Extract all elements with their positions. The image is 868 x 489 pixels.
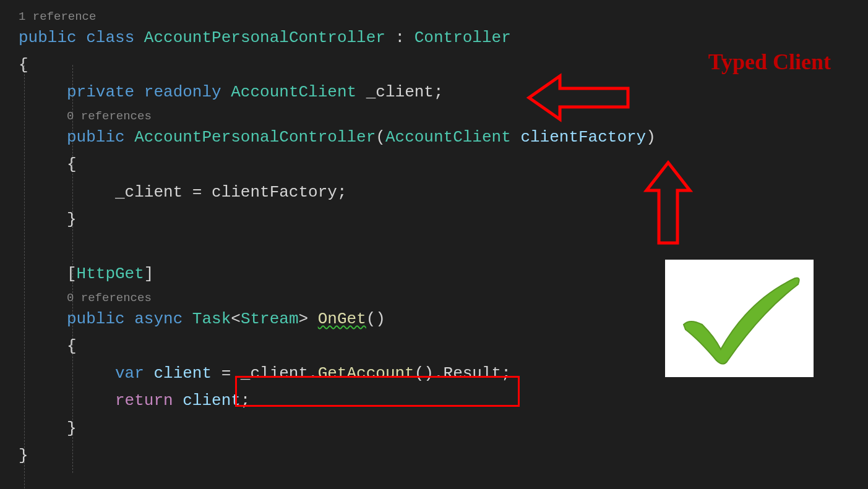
checkmark-icon <box>665 260 814 377</box>
codelens-reference[interactable]: 0 references <box>19 106 868 124</box>
field-type: AccountClient <box>231 83 356 101</box>
keyword-readonly: readonly <box>144 83 221 101</box>
brace: { <box>19 151 868 178</box>
keyword-async: async <box>134 310 183 328</box>
colon: : <box>385 28 415 47</box>
constructor-name: AccountPersonalController <box>134 128 376 147</box>
class-name: AccountPersonalController <box>144 28 385 47</box>
brace: } <box>19 442 868 469</box>
brace: } <box>19 415 868 442</box>
assignment-statement: _client = clientFactory; <box>19 179 868 206</box>
constructor-declaration: public AccountPersonalController(Account… <box>19 124 868 151</box>
keyword-public: public <box>67 310 125 328</box>
arrow-left-icon <box>526 73 631 132</box>
param-type: AccountClient <box>385 128 511 147</box>
keyword-class: class <box>86 28 134 47</box>
arrow-up-icon <box>643 159 693 255</box>
field-name: _client <box>366 83 434 101</box>
annotation-title: Typed Client <box>708 43 831 81</box>
base-class: Controller <box>415 28 511 47</box>
generic-type: Stream <box>241 310 299 328</box>
keyword-var: var <box>115 364 144 383</box>
keyword-public: public <box>67 128 125 147</box>
attribute-name: HttpGet <box>77 265 144 283</box>
highlight-box <box>235 376 520 407</box>
field-declaration: private readonly AccountClient _client; <box>19 79 868 106</box>
method-name: OnGet <box>318 310 366 328</box>
keyword-return: return <box>115 391 173 410</box>
local-name: client <box>153 364 212 383</box>
blank-line <box>19 233 868 260</box>
codelens-reference[interactable]: 1 reference <box>19 6 868 24</box>
brace: } <box>19 206 868 233</box>
keyword-private: private <box>67 83 134 101</box>
keyword-public: public <box>19 28 77 47</box>
return-type: Task <box>192 310 231 328</box>
